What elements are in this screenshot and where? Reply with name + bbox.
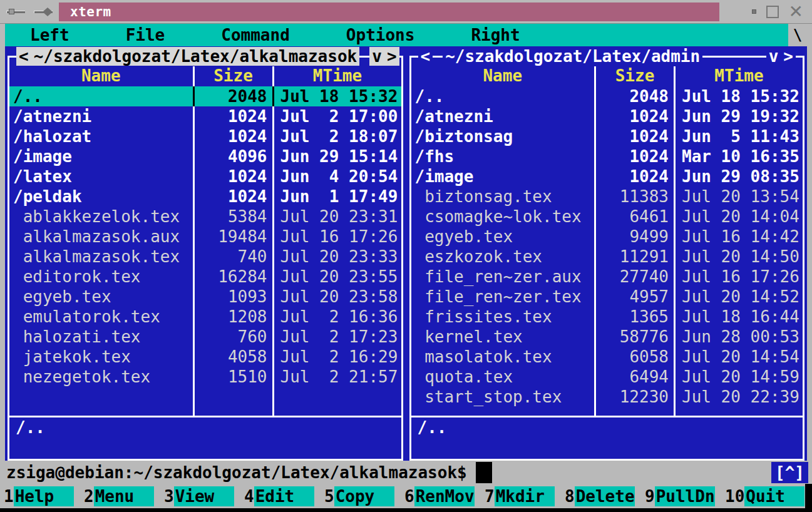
file-row[interactable]: file_ren~zer.aux 27740 Jul 16 17:26	[411, 267, 803, 287]
file-name: /fhs	[411, 146, 595, 166]
file-row[interactable]: egyeb.tex 1093 Jul 20 23:58	[9, 287, 401, 307]
fnkey-4[interactable]: 4Edit	[244, 486, 324, 506]
panel-dropdown-button[interactable]: v	[766, 47, 781, 66]
file-row[interactable]: file_ren~zer.tex 4957 Jul 20 14:52	[411, 287, 803, 307]
file-row[interactable]: csomagke~lok.tex 6461 Jul 20 14:04	[411, 207, 803, 227]
menu-item-right[interactable]: Right	[471, 26, 520, 44]
panel-path[interactable]: ~/szakdolgozat/Latex/admin	[443, 47, 702, 66]
window-menu-icon[interactable]	[6, 6, 25, 18]
close-icon[interactable]: ✕	[789, 6, 803, 18]
fnkey-1[interactable]: 1Help	[4, 486, 84, 506]
fnkey-2[interactable]: 2Menu	[84, 486, 164, 506]
file-name: start_stop.tex	[411, 387, 595, 407]
file-row[interactable]: halozati.tex 760 Jul 2 17:23	[9, 327, 401, 347]
history-up-button[interactable]: [^]	[771, 462, 808, 483]
file-row[interactable]: /.. 2048 Jul 18 15:32	[411, 86, 803, 106]
file-row[interactable]: eszkozok.tex 11291 Jul 20 14:50	[411, 247, 803, 267]
file-name: /image	[9, 146, 193, 166]
file-row[interactable]: /peldak 1024 Jun 1 17:49	[9, 187, 401, 207]
file-row[interactable]: /.. 2048 Jul 18 15:32	[9, 86, 401, 106]
fnkey-3[interactable]: 3View	[164, 486, 244, 506]
file-name: kernel.tex	[411, 327, 595, 347]
file-row[interactable]: /halozat 1024 Jul 2 18:07	[9, 126, 401, 146]
menu-item-file[interactable]: File	[126, 26, 165, 44]
file-row[interactable]: emulatorok.tex 1208 Jul 2 16:36	[9, 307, 401, 327]
column-header-mtime[interactable]: MTime	[674, 66, 803, 86]
panel-right-title-bar: < ~/szakdolgozat/Latex/admin v >	[409, 46, 805, 66]
fnkey-number: 2	[84, 487, 94, 506]
file-size: 4058	[193, 347, 272, 367]
maximize-icon[interactable]	[766, 6, 779, 18]
panel-forward-button[interactable]: >	[781, 47, 796, 66]
file-mtime: Jul 20 23:31	[272, 207, 401, 227]
column-header-name[interactable]: Name	[411, 66, 595, 86]
file-name: ablakkezelok.tex	[9, 207, 193, 227]
file-row[interactable]: alkalmazasok.tex 740 Jul 20 23:33	[9, 247, 401, 267]
panel-left-title-bar: < ~/szakdolgozat/Latex/alkalmazasok v >	[8, 46, 403, 66]
file-row[interactable]: /atnezni 1024 Jun 29 19:32	[411, 106, 803, 126]
file-row[interactable]: /latex 1024 Jun 4 20:54	[9, 166, 401, 187]
menu-items: LeftFileCommandOptionsRight	[5, 26, 788, 44]
file-mtime: Jul 2 21:57	[272, 367, 401, 387]
file-row[interactable]: /image 1024 Jun 29 08:35	[411, 166, 803, 187]
file-mtime: Jul 20 13:54	[674, 187, 803, 207]
file-name: emulatorok.tex	[9, 307, 193, 327]
file-size: 19484	[193, 227, 272, 247]
file-mtime: Jun 5 11:43	[674, 126, 803, 146]
minimize-icon[interactable]	[752, 9, 756, 14]
file-row[interactable]: /fhs 1024 Mar 10 16:35	[411, 146, 803, 166]
file-row[interactable]: masolatok.tex 6058 Jul 20 14:54	[411, 347, 803, 367]
file-row[interactable]: start_stop.tex 12230 Jul 20 22:39	[411, 387, 803, 407]
file-row[interactable]: /biztonsag 1024 Jun 5 11:43	[411, 126, 803, 146]
file-row[interactable]: /image 4096 Jun 29 15:14	[9, 146, 401, 166]
panel-back-button[interactable]: <	[418, 47, 433, 66]
fnkey-6[interactable]: 6RenMov	[404, 486, 485, 506]
file-mtime: Jul 20 14:04	[674, 207, 803, 227]
file-row[interactable]: /atnezni 1024 Jul 2 17:00	[9, 106, 401, 126]
window-title[interactable]: xterm	[59, 3, 719, 21]
file-mtime: Jul 18 16:44	[674, 307, 803, 327]
fnkey-label: View	[174, 486, 234, 506]
fnkey-8[interactable]: 8Delete	[565, 486, 645, 506]
menu-item-options[interactable]: Options	[346, 26, 415, 44]
fnkey-number: 6	[404, 487, 414, 506]
file-row[interactable]: biztonsag.tex 11383 Jul 20 13:54	[411, 187, 803, 207]
file-row[interactable]: editorok.tex 16284 Jul 20 23:55	[9, 267, 401, 287]
fnkey-5[interactable]: 5Copy	[324, 486, 404, 506]
menu-item-left[interactable]: Left	[30, 26, 69, 44]
panel-back-button[interactable]: <	[16, 47, 31, 66]
column-header-size[interactable]: Size	[193, 66, 272, 86]
file-mtime: Jun 4 20:54	[272, 166, 401, 187]
file-list: /.. 2048 Jul 18 15:32 /atnezni 1024 Jul …	[9, 86, 401, 416]
file-mtime: Jun 1 17:49	[272, 187, 401, 207]
file-row[interactable]: ablakkezelok.tex 5384 Jul 20 23:31	[9, 207, 401, 227]
file-row[interactable]: quota.tex 6494 Jul 20 14:59	[411, 367, 803, 387]
file-row[interactable]: nezegetok.tex 1510 Jul 2 21:57	[9, 367, 401, 387]
menu-item-command[interactable]: Command	[221, 26, 290, 44]
file-row[interactable]: egyeb.tex 9499 Jul 16 14:42	[411, 227, 803, 247]
fnkey-label: PullDn	[655, 486, 715, 506]
file-row[interactable]: jatekok.tex 4058 Jul 2 16:29	[9, 347, 401, 367]
file-row[interactable]: frissites.tex 1365 Jul 18 16:44	[411, 307, 803, 327]
fnkey-9[interactable]: 9PullDn	[645, 486, 725, 506]
file-size: 11291	[594, 247, 674, 267]
panel-dropdown-button[interactable]: v	[369, 47, 384, 66]
column-header-mtime[interactable]: MTime	[272, 66, 401, 86]
window-pin-icon[interactable]	[34, 6, 53, 18]
file-name: /biztonsag	[411, 126, 595, 146]
menubar-corner-glyph: \	[788, 24, 807, 46]
fnkey-10[interactable]: 10Quit	[725, 486, 805, 506]
file-row[interactable]: kernel.tex 58776 Jun 28 00:53	[411, 327, 803, 347]
column-header-size[interactable]: Size	[594, 66, 674, 86]
file-mtime: Jul 20 14:52	[674, 287, 803, 307]
fnkey-7[interactable]: 7Mkdir	[485, 486, 565, 506]
command-line[interactable]: zsiga@debian:~/szakdolgozat/Latex/alkalm…	[0, 461, 812, 484]
file-size: 27740	[594, 267, 674, 287]
file-row[interactable]: alkalmazasok.aux 19484 Jul 16 17:26	[9, 227, 401, 247]
panel-forward-button[interactable]: >	[384, 47, 399, 66]
column-header-name[interactable]: Name	[9, 66, 193, 86]
file-size: 1510	[193, 367, 272, 387]
file-size: 1024	[594, 106, 674, 126]
panel-path[interactable]: ~/szakdolgozat/Latex/alkalmazasok	[31, 47, 360, 66]
file-mtime: Jul 16 17:26	[674, 267, 803, 287]
